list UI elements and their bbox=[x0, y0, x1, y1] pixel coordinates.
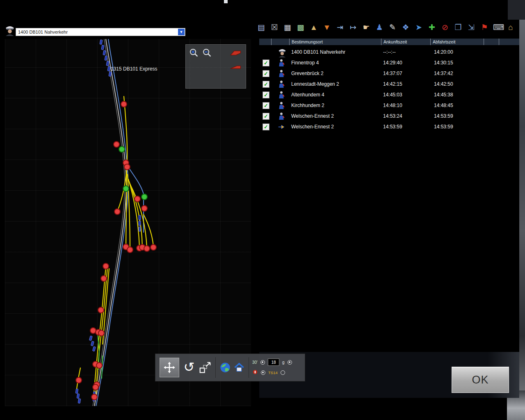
edit-marker-icon[interactable]: ✎ bbox=[388, 23, 397, 32]
gauge-radio[interactable] bbox=[261, 370, 265, 375]
route-map[interactable]: 1315 DB101 Express bbox=[5, 39, 251, 406]
snap-radio[interactable] bbox=[260, 360, 265, 365]
passenger-stop-icon bbox=[278, 91, 285, 98]
service-name: 1400 DB101 Nahverkehr bbox=[291, 49, 345, 55]
grid-small-icon[interactable]: ▦ bbox=[283, 23, 292, 32]
zoom-in-icon[interactable] bbox=[189, 48, 199, 58]
timetable-panel: ▤ ☒ ▦ ▩ ▲ ▼ ⇥ ↦ ☛ ♟ ✎ ❖ ➤ ✚ ⊘ ❐ ⇲ ⚑ ⌨ ⌂ … bbox=[259, 20, 519, 398]
stop-checkbox[interactable]: ✓ bbox=[262, 70, 269, 77]
ok-button[interactable]: OK bbox=[452, 367, 509, 393]
stop-arrival: 14:48:10 bbox=[383, 103, 402, 108]
pan-tool-button[interactable] bbox=[160, 358, 179, 377]
header-extra-2 bbox=[499, 39, 519, 45]
header-arrival: Ankunftszeit bbox=[381, 39, 431, 45]
track-code-label: TS14 bbox=[268, 370, 278, 375]
world-photo-strip bbox=[519, 0, 525, 420]
table-row[interactable]: ✓ Welschen-Ennest 2 14:53:59 14:53:59 bbox=[259, 121, 519, 132]
value-input[interactable]: 18 bbox=[268, 358, 279, 366]
table-row[interactable]: ✓ Altenhundem 4 14:45:03 14:45:38 bbox=[259, 89, 519, 100]
world-photo-highlight bbox=[224, 0, 228, 3]
stop-arrival: 14:53:24 bbox=[383, 113, 402, 119]
train-service-dropdown[interactable]: 1400 DB101 Nahverkehr ▼ bbox=[16, 28, 185, 36]
transfer-icon[interactable]: ⇲ bbox=[467, 23, 476, 32]
driver-instruction-icon[interactable]: ♟ bbox=[375, 23, 384, 32]
table-row[interactable]: ✓ Finnentrop 4 14:29:40 14:30:15 bbox=[259, 57, 519, 68]
destination-arrow-icon bbox=[278, 123, 285, 130]
stop-arrival: 14:53:59 bbox=[383, 124, 402, 130]
gradient-steep-icon[interactable] bbox=[229, 49, 242, 56]
passenger-stop-icon bbox=[278, 102, 285, 109]
globe-icon[interactable] bbox=[218, 358, 232, 377]
world-photo-corner-top bbox=[508, 0, 525, 20]
keypad-icon[interactable]: ⌨ bbox=[493, 23, 502, 32]
table-row[interactable]: ✓ Grevenbrück 2 14:37:07 14:37:42 bbox=[259, 68, 519, 79]
rotate-tool-button[interactable]: ↺ bbox=[182, 358, 196, 377]
insert-before-icon[interactable]: ⇥ bbox=[336, 23, 345, 32]
passenger-stop-icon bbox=[278, 80, 285, 88]
move-up-icon[interactable]: ▲ bbox=[309, 23, 318, 32]
gradient-shallow-icon[interactable] bbox=[229, 63, 242, 70]
depot-icon[interactable]: ⌂ bbox=[506, 23, 515, 32]
pointer-icon[interactable]: ☛ bbox=[362, 23, 371, 32]
remove-icon[interactable]: ⊘ bbox=[441, 23, 450, 32]
stop-checkbox[interactable]: ✓ bbox=[262, 113, 269, 120]
flag-icon[interactable]: ⚑ bbox=[480, 23, 489, 32]
train-consist bbox=[75, 40, 141, 404]
add-icon[interactable]: ✚ bbox=[427, 23, 436, 32]
table-row[interactable]: ✓ Welschen-Ennest 2 14:53:24 14:53:59 bbox=[259, 111, 519, 121]
route-map-canvas: 1315 DB101 Express bbox=[5, 39, 251, 406]
delete-icon[interactable]: ☒ bbox=[270, 23, 279, 32]
service-departure: 14:20:00 bbox=[434, 49, 453, 55]
grid-large-icon[interactable]: ▩ bbox=[296, 23, 305, 32]
timetable-header: Bestimmungsort Ankunftszeit Abfahrtszeit bbox=[259, 39, 519, 45]
stop-checkbox[interactable]: ✓ bbox=[262, 81, 269, 88]
home-icon[interactable] bbox=[232, 358, 246, 377]
editor-toolbar: ▤ ☒ ▦ ▩ ▲ ▼ ⇥ ↦ ☛ ♟ ✎ ❖ ➤ ✚ ⊘ ❐ ⇲ ⚑ ⌨ ⌂ bbox=[257, 21, 521, 34]
save-icon[interactable]: ▤ bbox=[257, 23, 266, 32]
stop-departure: 14:45:38 bbox=[434, 92, 453, 98]
move-down-icon[interactable]: ▼ bbox=[322, 23, 331, 32]
stop-name: Grevenbrück 2 bbox=[291, 71, 324, 76]
gauge-icon bbox=[252, 369, 258, 376]
stop-name: Welschen-Ennest 2 bbox=[291, 113, 334, 119]
stop-name: Lennestadt-Meggen 2 bbox=[291, 81, 339, 87]
copy-icon[interactable]: ❐ bbox=[454, 23, 463, 32]
check-icon: ✓ bbox=[264, 114, 268, 119]
stop-checkbox[interactable]: ✓ bbox=[262, 102, 269, 109]
stop-name: Welschen-Ennest 2 bbox=[291, 124, 334, 130]
tiles-icon[interactable]: ❖ bbox=[401, 23, 410, 32]
train-service-value: 1400 DB101 Nahverkehr bbox=[16, 30, 178, 34]
check-icon: ✓ bbox=[264, 71, 268, 76]
passenger-stop-icon bbox=[278, 70, 285, 77]
stop-arrival: 14:29:40 bbox=[383, 60, 402, 66]
service-row[interactable]: 1400 DB101 Nahverkehr --:--:-- 14:20:00 bbox=[259, 47, 519, 57]
dropdown-arrow-icon[interactable]: ▼ bbox=[178, 29, 185, 35]
scale-tool-button[interactable] bbox=[197, 358, 213, 377]
stop-checkbox[interactable]: ✓ bbox=[262, 91, 269, 98]
stop-name: Finnentrop 4 bbox=[291, 60, 319, 66]
check-icon: ✓ bbox=[264, 82, 268, 87]
stop-checkbox[interactable]: ✓ bbox=[262, 59, 269, 66]
check-icon: ✓ bbox=[264, 60, 268, 66]
header-check-col bbox=[259, 39, 272, 45]
table-row[interactable]: ✓ Lennestadt-Meggen 2 14:42:15 14:42:50 bbox=[259, 79, 519, 89]
passenger-stop-icon bbox=[278, 59, 285, 66]
gravity-label: g bbox=[282, 360, 285, 365]
zoom-out-icon[interactable] bbox=[202, 48, 212, 58]
header-extra-1 bbox=[484, 39, 499, 45]
table-row[interactable]: ✓ Kirchhundem 2 14:48:10 14:48:45 bbox=[259, 100, 519, 111]
stop-departure: 14:37:42 bbox=[434, 71, 453, 76]
check-icon: ✓ bbox=[264, 92, 268, 98]
track-code-radio[interactable] bbox=[281, 370, 285, 375]
add-route-icon[interactable]: ➤ bbox=[414, 23, 423, 32]
header-departure: Abfahrtszeit bbox=[431, 39, 484, 45]
toolbar-divider bbox=[215, 357, 216, 378]
stop-checkbox[interactable]: ✓ bbox=[262, 123, 269, 130]
snap-angle-label: 30' bbox=[252, 360, 258, 365]
station-dots-red[interactable] bbox=[76, 101, 156, 400]
stop-departure: 14:30:15 bbox=[434, 60, 453, 66]
gravity-radio[interactable] bbox=[288, 360, 292, 365]
service-arrival: --:--:-- bbox=[383, 49, 396, 55]
stop-name: Altenhundem 4 bbox=[291, 92, 324, 98]
insert-after-icon[interactable]: ↦ bbox=[349, 23, 358, 32]
